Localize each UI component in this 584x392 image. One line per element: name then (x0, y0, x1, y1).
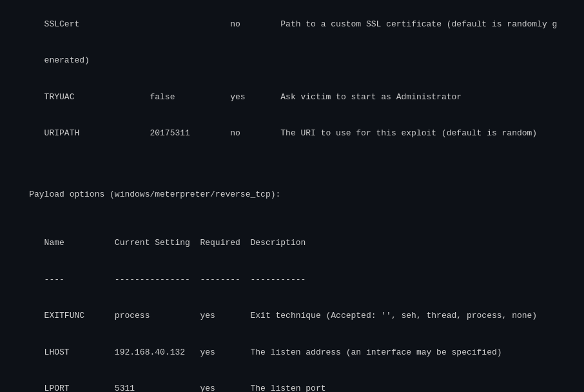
terminal: SSLCert no Path to a custom SSL certific… (0, 0, 584, 392)
payload-col-header: Name Current Setting Required Descriptio… (9, 225, 575, 262)
tryuac-line: TRYUAC false yes Ask victim to start as … (9, 79, 575, 116)
lport-row: LPORT 5311 yes The listen port (9, 371, 575, 392)
blank3 (9, 213, 575, 225)
generated-line: enerated) (9, 43, 575, 80)
payload-col-divider: ---- --------------- -------- ----------… (9, 262, 575, 299)
blank1 (9, 152, 575, 164)
payload-options-header: Payload options (windows/meterpreter/rev… (9, 177, 575, 213)
sslcert-line: SSLCert no Path to a custom SSL certific… (9, 6, 575, 43)
blank2 (9, 164, 575, 177)
uripath-line: URIPATH 20175311 no The URI to use for t… (9, 116, 575, 153)
exitfunc-row: EXITFUNC process yes Exit technique (Acc… (9, 298, 575, 335)
lhost-row: LHOST 192.168.40.132 yes The listen addr… (9, 335, 575, 371)
